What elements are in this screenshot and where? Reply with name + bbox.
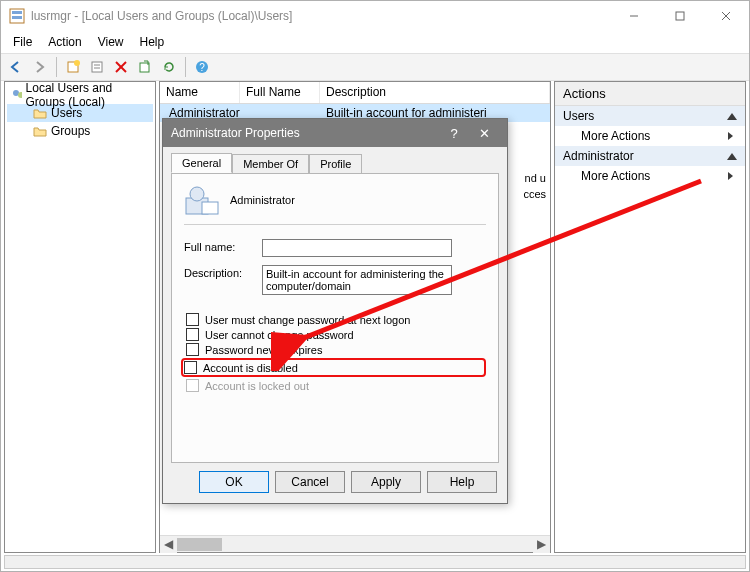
tab-profile[interactable]: Profile: [309, 154, 362, 174]
scroll-thumb[interactable]: [177, 538, 222, 551]
minimize-button[interactable]: [611, 1, 657, 31]
horizontal-scrollbar[interactable]: ◀ ▶: [160, 535, 550, 552]
app-icon: [9, 8, 25, 24]
collapse-icon: [727, 113, 737, 120]
help-button[interactable]: ?: [191, 56, 213, 78]
tree-root[interactable]: Local Users and Groups (Local): [7, 86, 153, 104]
svg-rect-9: [92, 62, 102, 72]
dialog-tabs: General Member Of Profile: [163, 147, 507, 173]
maximize-button[interactable]: [657, 1, 703, 31]
menu-file[interactable]: File: [5, 33, 40, 51]
close-button[interactable]: [703, 1, 749, 31]
export-button[interactable]: [134, 56, 156, 78]
properties-dialog: Administrator Properties ? ✕ General Mem…: [162, 118, 508, 504]
action-label: More Actions: [581, 129, 650, 143]
col-description[interactable]: Description: [320, 82, 550, 103]
checkbox-neverexpires-row[interactable]: Password never expires: [184, 343, 486, 356]
checkbox-locked-row: Account is locked out: [184, 379, 486, 392]
col-name[interactable]: Name: [160, 82, 240, 103]
svg-point-22: [190, 187, 204, 201]
tab-general[interactable]: General: [171, 153, 232, 173]
svg-rect-1: [12, 11, 22, 14]
checkbox-icon: [186, 379, 199, 392]
checkbox-mustchange-row[interactable]: User must change password at next logon: [184, 313, 486, 326]
input-description[interactable]: [262, 265, 452, 295]
collapse-icon: [727, 153, 737, 160]
svg-rect-2: [12, 16, 22, 19]
status-bar: [4, 555, 746, 569]
window-titlebar: lusrmgr - [Local Users and Groups (Local…: [1, 1, 749, 31]
dialog-user-name: Administrator: [230, 194, 295, 206]
folder-icon: [33, 107, 47, 119]
back-button[interactable]: [5, 56, 27, 78]
checkbox-label: Password never expires: [205, 344, 322, 356]
tree-pane: Local Users and Groups (Local) Users Gro…: [4, 81, 156, 553]
label-description: Description:: [184, 265, 262, 279]
tree-users-label: Users: [51, 106, 82, 120]
menu-bar: File Action View Help: [1, 31, 749, 53]
refresh-button[interactable]: [158, 56, 180, 78]
toolbar: ?: [1, 53, 749, 81]
checkbox-label: User must change password at next logon: [205, 314, 410, 326]
category-label: Administrator: [563, 149, 634, 163]
checkbox-label: Account is locked out: [205, 380, 309, 392]
category-label: Users: [563, 109, 594, 123]
svg-text:?: ?: [199, 62, 205, 73]
scroll-right-icon[interactable]: ▶: [533, 536, 550, 553]
dialog-button-row: OK Cancel Apply Help: [163, 471, 507, 503]
svg-rect-4: [676, 12, 684, 20]
dialog-title: Administrator Properties: [171, 126, 439, 140]
checkbox-disabled-row[interactable]: Account is disabled: [181, 358, 486, 377]
help-button[interactable]: Help: [427, 471, 497, 493]
dialog-close-button[interactable]: ✕: [469, 126, 499, 141]
action-more-users[interactable]: More Actions: [555, 126, 745, 146]
submenu-icon: [728, 132, 733, 140]
delete-button[interactable]: [110, 56, 132, 78]
dialog-help-button[interactable]: ?: [439, 126, 469, 141]
action-more-admin[interactable]: More Actions: [555, 166, 745, 186]
label-fullname: Full name:: [184, 239, 262, 253]
svg-rect-23: [202, 202, 218, 214]
checkbox-icon[interactable]: [186, 313, 199, 326]
svg-point-8: [74, 60, 80, 66]
toolbar-separator: [185, 57, 186, 77]
tree-root-label: Local Users and Groups (Local): [26, 81, 153, 109]
submenu-icon: [728, 172, 733, 180]
toolbar-separator: [56, 57, 57, 77]
clipped-text: cces: [523, 188, 546, 200]
actions-category-users[interactable]: Users: [555, 106, 745, 126]
ok-button[interactable]: OK: [199, 471, 269, 493]
checkbox-label: User cannot change password: [205, 329, 354, 341]
clipped-text: nd u: [525, 172, 546, 184]
menu-view[interactable]: View: [90, 33, 132, 51]
tree-groups[interactable]: Groups: [7, 122, 153, 140]
window-title: lusrmgr - [Local Users and Groups (Local…: [31, 9, 611, 23]
apply-button[interactable]: Apply: [351, 471, 421, 493]
checkbox-icon[interactable]: [186, 343, 199, 356]
new-button[interactable]: [62, 56, 84, 78]
actions-pane: Actions Users More Actions Administrator…: [554, 81, 746, 553]
tree-groups-label: Groups: [51, 124, 90, 138]
checkbox-cannotchange-row[interactable]: User cannot change password: [184, 328, 486, 341]
tab-general-body: Administrator Full name: Description: Us…: [171, 173, 499, 463]
checkbox-label: Account is disabled: [203, 362, 298, 374]
column-headers: Name Full Name Description: [160, 82, 550, 104]
menu-help[interactable]: Help: [132, 33, 173, 51]
actions-header: Actions: [555, 82, 745, 106]
input-fullname[interactable]: [262, 239, 452, 257]
properties-icon[interactable]: [86, 56, 108, 78]
folder-icon: [33, 125, 47, 137]
dialog-titlebar: Administrator Properties ? ✕: [163, 119, 507, 147]
action-label: More Actions: [581, 169, 650, 183]
menu-action[interactable]: Action: [40, 33, 89, 51]
scroll-left-icon[interactable]: ◀: [160, 536, 177, 553]
forward-button[interactable]: [29, 56, 51, 78]
cancel-button[interactable]: Cancel: [275, 471, 345, 493]
user-large-icon: [184, 184, 220, 216]
actions-category-administrator[interactable]: Administrator: [555, 146, 745, 166]
tab-memberof[interactable]: Member Of: [232, 154, 309, 174]
users-groups-icon: [11, 88, 22, 102]
checkbox-icon[interactable]: [184, 361, 197, 374]
checkbox-icon[interactable]: [186, 328, 199, 341]
col-fullname[interactable]: Full Name: [240, 82, 320, 103]
